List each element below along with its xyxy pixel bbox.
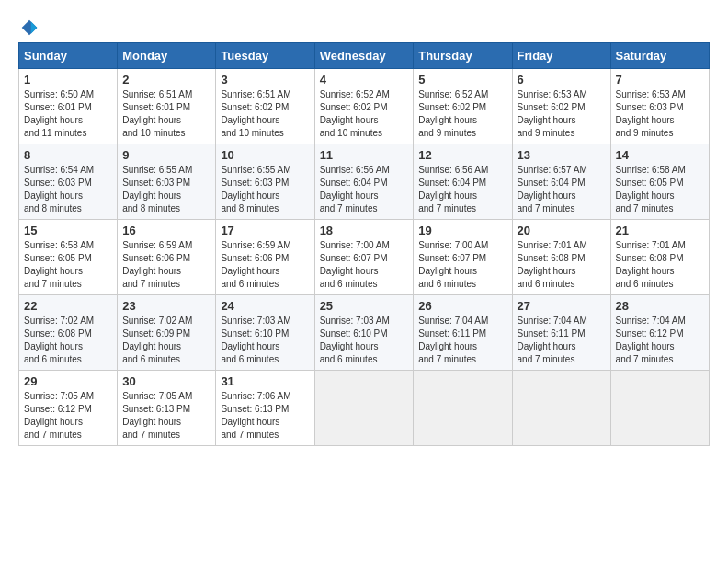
- day-cell-7: 7 Sunrise: 6:53 AM Sunset: 6:03 PM Dayli…: [610, 69, 709, 144]
- day-number-11: 11: [320, 148, 409, 162]
- day-cell-17: 17 Sunrise: 6:59 AM Sunset: 6:06 PM Dayl…: [216, 220, 314, 295]
- day-info-27: Sunrise: 7:04 AM Sunset: 6:11 PM Dayligh…: [518, 315, 606, 366]
- day-info-21: Sunrise: 7:01 AM Sunset: 6:08 PM Dayligh…: [616, 239, 704, 291]
- day-info-16: Sunrise: 6:59 AM Sunset: 6:06 PM Dayligh…: [122, 239, 210, 291]
- day-number-27: 27: [518, 299, 606, 313]
- day-number-9: 9: [122, 148, 210, 162]
- page-header: [18, 18, 710, 33]
- day-cell-16: 16 Sunrise: 6:59 AM Sunset: 6:06 PM Dayl…: [118, 220, 216, 295]
- day-cell-31: 31 Sunrise: 7:06 AM Sunset: 6:13 PM Dayl…: [216, 371, 314, 446]
- day-info-19: Sunrise: 7:00 AM Sunset: 6:07 PM Dayligh…: [418, 239, 506, 291]
- day-cell-18: 18 Sunrise: 7:00 AM Sunset: 6:07 PM Dayl…: [314, 220, 414, 295]
- day-cell-6: 6 Sunrise: 6:53 AM Sunset: 6:02 PM Dayli…: [512, 69, 610, 144]
- day-info-12: Sunrise: 6:56 AM Sunset: 6:04 PM Dayligh…: [418, 164, 506, 215]
- col-friday: Friday: [512, 43, 610, 69]
- day-cell-5: 5 Sunrise: 6:52 AM Sunset: 6:02 PM Dayli…: [414, 69, 512, 144]
- day-cell-27: 27 Sunrise: 7:04 AM Sunset: 6:11 PM Dayl…: [512, 295, 610, 371]
- day-cell-2: 2 Sunrise: 6:51 AM Sunset: 6:01 PM Dayli…: [118, 69, 216, 144]
- day-info-26: Sunrise: 7:04 AM Sunset: 6:11 PM Dayligh…: [418, 315, 506, 366]
- day-cell-13: 13 Sunrise: 6:57 AM Sunset: 6:04 PM Dayl…: [512, 144, 610, 220]
- day-info-3: Sunrise: 6:51 AM Sunset: 6:02 PM Dayligh…: [221, 88, 309, 140]
- day-number-29: 29: [24, 374, 112, 388]
- day-number-8: 8: [24, 148, 112, 162]
- day-cell-10: 10 Sunrise: 6:55 AM Sunset: 6:03 PM Dayl…: [216, 144, 314, 220]
- day-cell-1: 1 Sunrise: 6:50 AM Sunset: 6:01 PM Dayli…: [19, 69, 118, 144]
- day-number-4: 4: [320, 73, 409, 86]
- day-info-25: Sunrise: 7:03 AM Sunset: 6:10 PM Dayligh…: [320, 315, 409, 366]
- day-cell-30: 30 Sunrise: 7:05 AM Sunset: 6:13 PM Dayl…: [118, 371, 216, 446]
- day-number-3: 3: [221, 73, 309, 86]
- day-info-7: Sunrise: 6:53 AM Sunset: 6:03 PM Dayligh…: [616, 88, 704, 140]
- day-info-4: Sunrise: 6:52 AM Sunset: 6:02 PM Dayligh…: [320, 88, 409, 140]
- calendar-header-row: Sunday Monday Tuesday Wednesday Thursday…: [19, 43, 710, 69]
- day-number-14: 14: [616, 148, 704, 162]
- col-monday: Monday: [118, 43, 216, 69]
- week-row-2: 8 Sunrise: 6:54 AM Sunset: 6:03 PM Dayli…: [19, 144, 710, 220]
- day-cell-28: 28 Sunrise: 7:04 AM Sunset: 6:12 PM Dayl…: [610, 295, 709, 371]
- day-info-10: Sunrise: 6:55 AM Sunset: 6:03 PM Dayligh…: [221, 164, 309, 215]
- day-cell-9: 9 Sunrise: 6:55 AM Sunset: 6:03 PM Dayli…: [118, 144, 216, 220]
- day-number-19: 19: [418, 224, 506, 237]
- svg-marker-1: [31, 21, 38, 33]
- day-number-1: 1: [24, 73, 112, 86]
- day-cell-19: 19 Sunrise: 7:00 AM Sunset: 6:07 PM Dayl…: [414, 220, 512, 295]
- day-number-12: 12: [418, 148, 506, 162]
- day-number-6: 6: [518, 73, 606, 86]
- day-cell-23: 23 Sunrise: 7:02 AM Sunset: 6:09 PM Dayl…: [118, 295, 216, 371]
- day-cell-14: 14 Sunrise: 6:58 AM Sunset: 6:05 PM Dayl…: [610, 144, 709, 220]
- col-thursday: Thursday: [414, 43, 512, 69]
- empty-cell: [610, 371, 709, 446]
- day-info-30: Sunrise: 7:05 AM Sunset: 6:13 PM Dayligh…: [122, 390, 210, 442]
- col-sunday: Sunday: [19, 43, 118, 69]
- day-info-22: Sunrise: 7:02 AM Sunset: 6:08 PM Dayligh…: [24, 315, 112, 366]
- day-info-20: Sunrise: 7:01 AM Sunset: 6:08 PM Dayligh…: [518, 239, 606, 291]
- day-info-23: Sunrise: 7:02 AM Sunset: 6:09 PM Dayligh…: [122, 315, 210, 366]
- day-number-15: 15: [24, 224, 112, 237]
- day-cell-21: 21 Sunrise: 7:01 AM Sunset: 6:08 PM Dayl…: [610, 220, 709, 295]
- day-number-28: 28: [616, 299, 704, 313]
- week-row-4: 22 Sunrise: 7:02 AM Sunset: 6:08 PM Dayl…: [19, 295, 710, 371]
- logo-icon: [20, 18, 39, 37]
- logo: [18, 18, 39, 33]
- day-cell-25: 25 Sunrise: 7:03 AM Sunset: 6:10 PM Dayl…: [314, 295, 414, 371]
- day-info-6: Sunrise: 6:53 AM Sunset: 6:02 PM Dayligh…: [518, 88, 606, 140]
- day-number-23: 23: [122, 299, 210, 313]
- day-cell-8: 8 Sunrise: 6:54 AM Sunset: 6:03 PM Dayli…: [19, 144, 118, 220]
- day-number-22: 22: [24, 299, 112, 313]
- day-cell-4: 4 Sunrise: 6:52 AM Sunset: 6:02 PM Dayli…: [314, 69, 414, 144]
- day-info-14: Sunrise: 6:58 AM Sunset: 6:05 PM Dayligh…: [616, 164, 704, 215]
- day-cell-15: 15 Sunrise: 6:58 AM Sunset: 6:05 PM Dayl…: [19, 220, 118, 295]
- day-cell-11: 11 Sunrise: 6:56 AM Sunset: 6:04 PM Dayl…: [314, 144, 414, 220]
- col-wednesday: Wednesday: [314, 43, 414, 69]
- day-cell-26: 26 Sunrise: 7:04 AM Sunset: 6:11 PM Dayl…: [414, 295, 512, 371]
- day-info-17: Sunrise: 6:59 AM Sunset: 6:06 PM Dayligh…: [221, 239, 309, 291]
- empty-cell: [512, 371, 610, 446]
- day-cell-3: 3 Sunrise: 6:51 AM Sunset: 6:02 PM Dayli…: [216, 69, 314, 144]
- day-number-2: 2: [122, 73, 210, 86]
- week-row-1: 1 Sunrise: 6:50 AM Sunset: 6:01 PM Dayli…: [19, 69, 710, 144]
- day-number-10: 10: [221, 148, 309, 162]
- day-number-25: 25: [320, 299, 409, 313]
- day-number-13: 13: [518, 148, 606, 162]
- col-saturday: Saturday: [610, 43, 709, 69]
- day-number-21: 21: [616, 224, 704, 237]
- day-number-7: 7: [616, 73, 704, 86]
- empty-cell: [414, 371, 512, 446]
- day-info-2: Sunrise: 6:51 AM Sunset: 6:01 PM Dayligh…: [122, 88, 210, 140]
- day-number-5: 5: [418, 73, 506, 86]
- week-row-3: 15 Sunrise: 6:58 AM Sunset: 6:05 PM Dayl…: [19, 220, 710, 295]
- week-row-5: 29 Sunrise: 7:05 AM Sunset: 6:12 PM Dayl…: [19, 371, 710, 446]
- day-info-5: Sunrise: 6:52 AM Sunset: 6:02 PM Dayligh…: [418, 88, 506, 140]
- col-tuesday: Tuesday: [216, 43, 314, 69]
- day-info-1: Sunrise: 6:50 AM Sunset: 6:01 PM Dayligh…: [24, 88, 112, 140]
- day-number-24: 24: [221, 299, 309, 313]
- day-info-15: Sunrise: 6:58 AM Sunset: 6:05 PM Dayligh…: [24, 239, 112, 291]
- day-number-26: 26: [418, 299, 506, 313]
- day-info-8: Sunrise: 6:54 AM Sunset: 6:03 PM Dayligh…: [24, 164, 112, 215]
- day-cell-20: 20 Sunrise: 7:01 AM Sunset: 6:08 PM Dayl…: [512, 220, 610, 295]
- day-number-31: 31: [221, 374, 309, 388]
- day-info-24: Sunrise: 7:03 AM Sunset: 6:10 PM Dayligh…: [221, 315, 309, 366]
- day-cell-29: 29 Sunrise: 7:05 AM Sunset: 6:12 PM Dayl…: [19, 371, 118, 446]
- day-cell-24: 24 Sunrise: 7:03 AM Sunset: 6:10 PM Dayl…: [216, 295, 314, 371]
- day-number-20: 20: [518, 224, 606, 237]
